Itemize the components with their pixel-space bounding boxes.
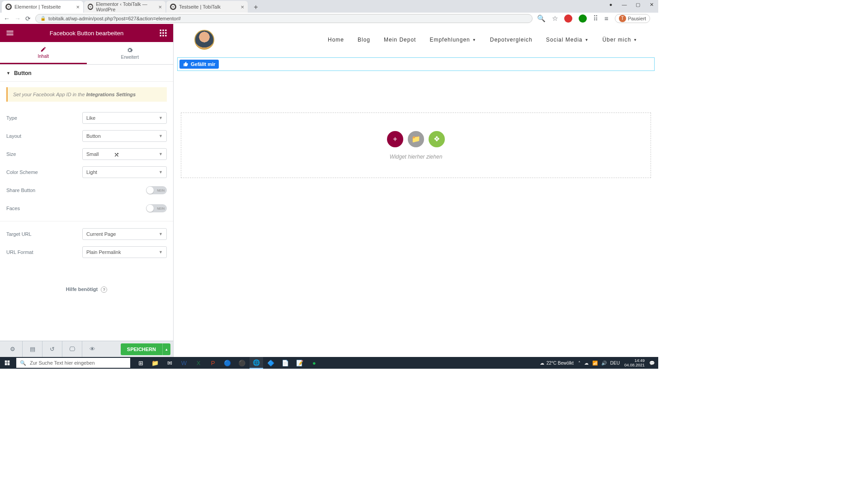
zoom-icon[interactable]: 🔍 <box>537 14 546 23</box>
control-label: Color Scheme <box>6 169 82 175</box>
add-section-button[interactable]: + <box>387 131 403 147</box>
nav-link[interactable]: Blog <box>358 37 370 43</box>
task-view-button[interactable]: ⊞ <box>134 357 147 369</box>
mail-icon[interactable]: ✉ <box>163 357 176 369</box>
notice-link[interactable]: Integrations Settings <box>86 92 136 97</box>
edge-icon[interactable]: 🔷 <box>264 357 278 369</box>
format-select[interactable]: Plain Permalink▼ <box>82 246 167 258</box>
volume-icon[interactable]: 🔊 <box>601 361 607 366</box>
select-value: Button <box>86 133 101 139</box>
target-select[interactable]: Current Page▼ <box>82 228 167 240</box>
star-icon[interactable]: ☆ <box>552 14 558 23</box>
tab-content[interactable]: Inhalt <box>0 42 87 64</box>
window-close-button[interactable]: ✕ <box>645 0 658 9</box>
back-button[interactable]: ← <box>4 14 10 23</box>
control-label: Layout <box>6 133 82 139</box>
save-options-button[interactable]: ▴ <box>162 343 170 355</box>
selected-widget[interactable]: Gefällt mir <box>177 57 655 71</box>
tab-advanced[interactable]: Erweitert <box>87 42 174 64</box>
onedrive-icon[interactable]: ☁ <box>584 361 589 366</box>
explorer-icon[interactable]: 📁 <box>148 357 162 369</box>
like-label: Gefällt mir <box>191 61 215 67</box>
start-button[interactable] <box>0 357 14 369</box>
select-value: Light <box>86 169 97 175</box>
forward-button[interactable]: → <box>14 14 21 23</box>
browser-tab[interactable]: W Testseite | TobiTalk × <box>166 1 248 13</box>
toggle-label: NEIN <box>157 189 165 192</box>
close-icon[interactable]: × <box>76 4 80 10</box>
navigator-button[interactable]: ▤ <box>23 341 42 357</box>
toggle-label: NEIN <box>157 207 165 210</box>
reload-button[interactable]: ⟳ <box>25 14 31 23</box>
close-icon[interactable]: × <box>241 4 244 10</box>
pencil-icon <box>40 46 47 52</box>
preview-button[interactable]: 👁 <box>82 341 102 357</box>
nav-link[interactable]: Depotvergleich <box>490 37 533 43</box>
section-toggle[interactable]: ▼ Button <box>0 65 173 82</box>
panel-footer: ⚙ ▤ ↺ 🖵 👁 SPEICHERN ▴ <box>0 341 173 357</box>
new-tab-button[interactable]: + <box>250 2 261 13</box>
word-icon[interactable]: W <box>177 357 191 369</box>
menu-icon[interactable] <box>5 28 14 38</box>
profile-button[interactable]: T Pausiert <box>615 14 650 23</box>
select-value: Current Page <box>86 231 116 237</box>
facebook-like-button[interactable]: Gefällt mir <box>179 60 219 69</box>
menu-icon[interactable]: ⋮ <box>656 14 658 23</box>
extensions-icon[interactable]: ⠿ <box>593 14 598 23</box>
nav-link[interactable]: Home <box>328 37 344 43</box>
close-icon[interactable]: × <box>158 4 162 10</box>
size-select[interactable]: Small▼ <box>82 148 167 160</box>
nav-label: Depotvergleich <box>490 37 533 43</box>
settings-button[interactable]: ⚙ <box>3 341 23 357</box>
obs-icon[interactable]: ⚫ <box>235 357 249 369</box>
nav-link[interactable]: Mein Depot <box>384 37 416 43</box>
envato-button[interactable]: ❖ <box>429 131 445 147</box>
window-maximize-button[interactable]: ▢ <box>631 0 645 9</box>
taskbar-search[interactable]: 🔍 Zur Suche Text hier eingeben <box>16 358 130 368</box>
weather-widget[interactable]: ☁ 22°C Bewölkt <box>540 361 574 366</box>
tab-title: Elementor | Testseite <box>14 4 61 9</box>
type-select[interactable]: Like▼ <box>82 112 167 124</box>
excel-icon[interactable]: X <box>192 357 205 369</box>
browser-tab[interactable]: W Elementor | Testseite × <box>2 1 83 13</box>
share-toggle[interactable]: NEIN <box>146 186 167 194</box>
powerpoint-icon[interactable]: P <box>206 357 220 369</box>
color-select[interactable]: Light▼ <box>82 166 167 178</box>
wifi-icon[interactable]: 📶 <box>592 361 598 366</box>
section-dropzone[interactable]: + 📁 ❖ Widget hierher ziehen <box>181 113 651 178</box>
app-icon[interactable]: 🔵 <box>221 357 234 369</box>
widgets-icon[interactable] <box>159 28 168 38</box>
history-button[interactable]: ↺ <box>42 341 62 357</box>
notice-text: Set your Facebook App ID in the <box>13 92 86 97</box>
caret-down-icon: ▼ <box>6 71 10 75</box>
clock[interactable]: 14:49 04.08.2021 <box>624 358 645 367</box>
extension-icon[interactable] <box>579 14 587 23</box>
save-button[interactable]: SPEICHERN <box>121 343 162 355</box>
template-button[interactable]: 📁 <box>408 131 424 147</box>
nav-link[interactable]: Über mich▼ <box>602 37 637 43</box>
faces-toggle[interactable]: NEIN <box>146 204 167 212</box>
notepad-icon[interactable]: 📝 <box>293 357 307 369</box>
url-input[interactable]: 🔒 tobitalk.at/wp-admin/post.php?post=627… <box>35 14 533 23</box>
preview-area: Home Blog Mein Depot Empfehlungen▼ Depot… <box>174 24 658 357</box>
site-logo[interactable] <box>194 30 214 50</box>
window-minimize-button[interactable]: — <box>618 0 631 9</box>
chrome-icon[interactable]: 🌐 <box>250 357 263 369</box>
wordpress-icon: W <box>88 4 93 10</box>
chevron-up-icon[interactable]: ˄ <box>578 361 580 366</box>
language-indicator[interactable]: DEU <box>610 361 620 366</box>
responsive-button[interactable]: 🖵 <box>62 341 82 357</box>
extension-icon[interactable] <box>564 14 572 23</box>
nav-link[interactable]: Social Media▼ <box>546 37 589 43</box>
reading-list-icon[interactable]: ≡ <box>604 14 609 22</box>
browser-tab[interactable]: W Elementor ‹ TobiTalk — WordPre × <box>84 1 165 13</box>
extension-dot-icon[interactable]: ● <box>604 0 618 9</box>
app-icon[interactable]: 📄 <box>278 357 292 369</box>
layout-select[interactable]: Button▼ <box>82 130 167 142</box>
spotify-icon[interactable]: ● <box>307 357 321 369</box>
nav-link[interactable]: Empfehlungen▼ <box>429 37 476 43</box>
tab-title: Elementor ‹ TobiTalk — WordPre <box>96 1 158 12</box>
help-link[interactable]: Hilfe benötigt ? <box>6 286 167 293</box>
notifications-button[interactable]: 💬 <box>649 361 656 366</box>
system-tray[interactable]: ˄ ☁ 📶 🔊 DEU <box>578 361 620 366</box>
